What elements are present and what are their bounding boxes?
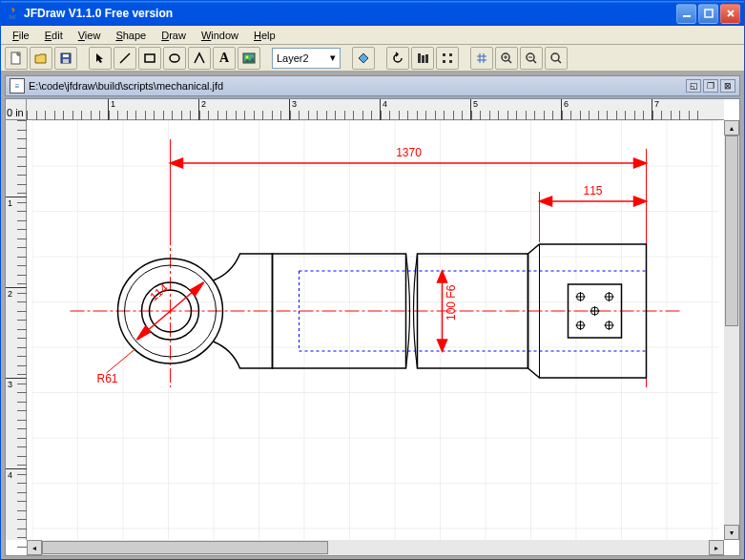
layer-select[interactable]: Layer2▾ [272, 48, 341, 69]
fill-tool[interactable] [352, 47, 375, 70]
doc-min-button[interactable]: ◱ [686, 79, 701, 93]
title-bar: JFDraw V1.1.0 Free version [1, 1, 744, 26]
document-bar: ≡ E:\code\jfdraw\build\scripts\mechanica… [5, 75, 740, 96]
scroll-down-button[interactable]: ▾ [724, 525, 739, 540]
svg-line-30 [558, 60, 561, 63]
svg-rect-14 [443, 53, 445, 56]
svg-rect-4 [63, 54, 69, 57]
svg-rect-17 [449, 60, 452, 63]
menu-window[interactable]: Window [194, 28, 246, 43]
svg-rect-5 [63, 59, 69, 63]
java-icon [5, 6, 20, 21]
svg-rect-12 [422, 55, 424, 63]
ruler-corner: 0 in [6, 99, 27, 120]
minimize-button[interactable] [676, 4, 696, 24]
menu-draw[interactable]: Draw [154, 28, 194, 43]
svg-rect-1 [705, 10, 713, 17]
rotate-tool[interactable] [386, 47, 409, 70]
svg-text:100 F6: 100 F6 [445, 284, 458, 321]
close-button[interactable] [720, 4, 740, 24]
svg-rect-0 [683, 15, 691, 17]
distribute-tool[interactable] [436, 47, 459, 70]
svg-line-6 [120, 53, 130, 63]
svg-text:R61: R61 [97, 372, 118, 385]
zoom-fit-button[interactable] [545, 47, 568, 70]
scrollbar-horizontal[interactable]: ◂ ▸ [27, 540, 724, 555]
svg-line-23 [508, 60, 511, 63]
doc-max-button[interactable]: ❐ [703, 79, 718, 93]
canvas-frame: 0 in 1 2 3 4 5 6 7 1 2 3 4 [5, 98, 740, 556]
scroll-thumb-h[interactable] [42, 541, 328, 554]
scrollbar-vertical[interactable]: ▴ ▾ [724, 120, 739, 540]
svg-rect-7 [145, 54, 155, 62]
svg-point-8 [170, 54, 179, 62]
pointer-tool[interactable] [89, 47, 112, 70]
polygon-tool[interactable] [188, 47, 211, 70]
maximize-button[interactable] [698, 4, 718, 24]
doc-close-button[interactable]: ⊠ [720, 79, 735, 93]
scroll-left-button[interactable]: ◂ [27, 540, 42, 555]
svg-rect-31 [32, 120, 719, 540]
svg-rect-15 [449, 53, 452, 56]
scroll-up-button[interactable]: ▴ [724, 120, 739, 135]
menu-view[interactable]: View [71, 28, 109, 43]
zoom-in-button[interactable] [495, 47, 518, 70]
svg-rect-16 [443, 60, 445, 63]
line-tool[interactable] [114, 47, 136, 70]
image-tool[interactable] [238, 47, 260, 70]
ellipse-tool[interactable] [163, 47, 186, 70]
menu-shape[interactable]: Shape [108, 28, 154, 43]
grid-button[interactable] [470, 47, 493, 70]
save-button[interactable] [54, 47, 77, 70]
svg-point-29 [551, 53, 559, 61]
toolbar: A Layer2▾ [1, 45, 744, 72]
ruler-horizontal: 1 2 3 4 5 6 7 [27, 99, 724, 120]
rect-tool[interactable] [138, 47, 161, 70]
drawing-canvas[interactable]: 1370 115 114 R61 [27, 120, 724, 540]
menu-file[interactable]: File [5, 28, 37, 43]
text-tool[interactable]: A [213, 47, 236, 70]
new-button[interactable] [5, 47, 28, 70]
open-button[interactable] [30, 47, 52, 70]
workspace: ≡ E:\code\jfdraw\build\scripts\mechanica… [1, 72, 744, 560]
document-icon: ≡ [10, 78, 25, 93]
svg-line-27 [533, 60, 536, 63]
svg-rect-13 [425, 54, 428, 63]
align-tool[interactable] [411, 47, 434, 70]
menu-edit[interactable]: Edit [37, 28, 71, 43]
menu-help[interactable]: Help [246, 28, 283, 43]
ruler-vertical: 1 2 3 4 [6, 120, 27, 540]
svg-rect-11 [418, 53, 421, 63]
zoom-out-button[interactable] [520, 47, 543, 70]
scroll-right-button[interactable]: ▸ [709, 540, 724, 555]
menu-bar: File Edit View Shape Draw Window Help [1, 26, 744, 45]
window-title: JFDraw V1.1.0 Free version [24, 7, 674, 20]
document-path: E:\code\jfdraw\build\scripts\mechanical.… [29, 80, 684, 92]
svg-point-10 [246, 55, 249, 58]
svg-text:1370: 1370 [396, 146, 422, 159]
svg-text:115: 115 [583, 184, 602, 197]
scroll-thumb-v[interactable] [725, 135, 738, 326]
